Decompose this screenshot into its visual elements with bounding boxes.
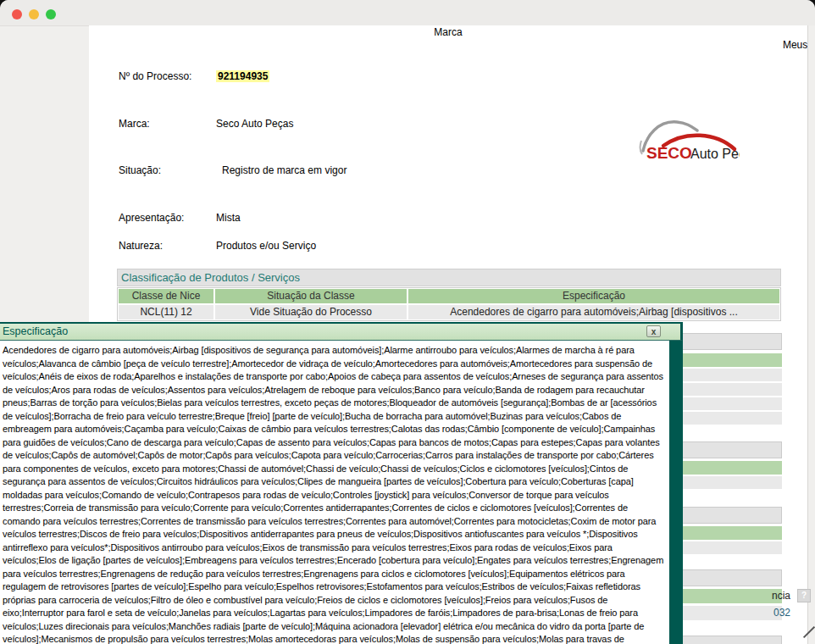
brand-logo: SECO Auto Peças (638, 110, 740, 161)
classification-section: Classificação de Produtos / Serviços Cla… (117, 269, 781, 321)
field-apresentacao: Apresentação: Mista (89, 212, 682, 225)
logo-suffix-text: Auto Peças (690, 147, 740, 161)
popup-specification-text: Acendedores de cigarro para automóveis;A… (0, 341, 669, 644)
vigencia-label-fragment: ncia (772, 590, 790, 602)
popup-right-border (669, 341, 683, 644)
especificacao-link[interactable]: Acendedores de cigarro para automóveis;A… (408, 305, 779, 319)
popup-titlebar: Especificação x (0, 324, 683, 341)
page-right-margin (807, 25, 815, 644)
field-situacao: Situação: Registro de marca em vigor (89, 164, 682, 178)
field-label: Natureza: (119, 240, 163, 252)
minimize-window-button[interactable] (29, 9, 39, 19)
classe-nice-value: NCL(11) 12 (119, 305, 213, 319)
field-marca: Marca: Seco Auto Peças (89, 118, 682, 131)
column-header-especificacao: Especificação (408, 289, 779, 303)
classification-section-title: Classificação de Produtos / Serviços (117, 269, 781, 286)
field-value: Mista (216, 212, 241, 224)
close-window-button[interactable] (12, 9, 22, 19)
field-label: Marca: (119, 118, 150, 130)
vigencia-date-fragment: 032 (773, 607, 790, 619)
field-value: Seco Auto Peças (216, 118, 293, 130)
field-natureza: Natureza: Produtos e/ou Serviço (89, 240, 682, 253)
especificacao-popup: Especificação x Acendedores de cigarro p… (0, 322, 683, 644)
popup-close-button[interactable]: x (646, 325, 661, 337)
column-header-situacao: Situação da Classe (215, 289, 407, 303)
process-number-value: 921194935 (216, 70, 269, 82)
field-label: Situação: (119, 164, 161, 176)
maximize-window-button[interactable] (46, 9, 56, 19)
logo-brand-text: SECO (646, 144, 692, 161)
browser-window: Marca Meus Pedidos Nº do Processo: 92119… (0, 0, 815, 644)
column-header-classe: Classe de Nice (119, 289, 213, 303)
field-processo: Nº do Processo: 921194935 (89, 70, 682, 84)
popup-title: Especificação (3, 325, 68, 337)
field-value: Produtos e/ou Serviço (216, 240, 316, 252)
classification-header-row: Classe de Nice Situação da Classe Especi… (119, 289, 779, 303)
help-icon[interactable]: ? (797, 589, 811, 602)
logo-front-line (640, 141, 642, 154)
page-title: Marca (89, 26, 807, 38)
window-titlebar (0, 0, 815, 26)
field-label: Apresentação: (119, 212, 184, 224)
situacao-classe-value: Vide Situação do Processo (215, 305, 407, 319)
field-value: Registro de marca em vigor (222, 164, 347, 176)
classification-table: Classe de Nice Situação da Classe Especi… (117, 287, 781, 321)
classification-data-row: NCL(11) 12 Vide Situação do Processo Ace… (119, 305, 779, 319)
field-label: Nº do Processo: (119, 70, 191, 82)
